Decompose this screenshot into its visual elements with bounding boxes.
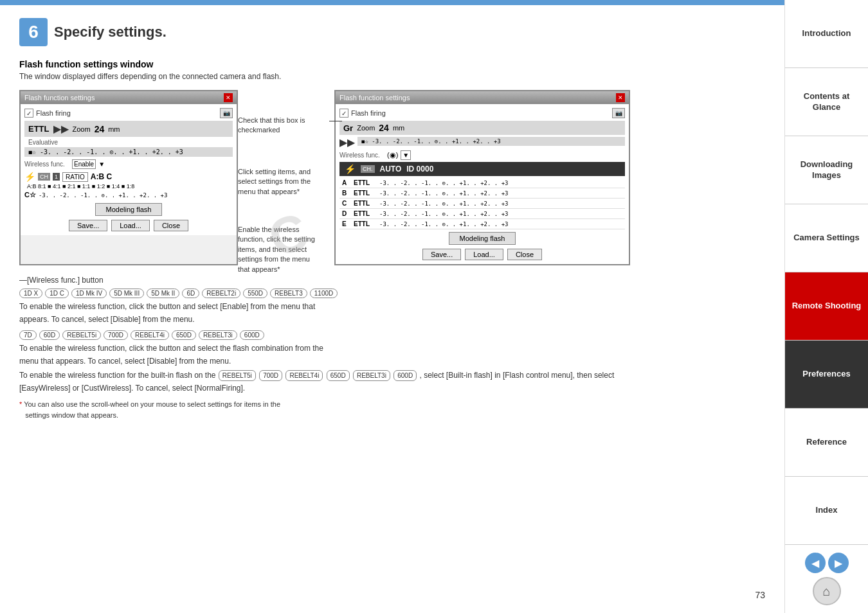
prev-button[interactable]: ◀ (805, 553, 826, 573)
ettl-arrow: ▶▶ (53, 123, 69, 135)
sidebar-item-reference[interactable]: Reference (785, 409, 868, 477)
flash-icon-right: ⚡ (345, 164, 356, 174)
right-window-title: Flash function settings (339, 94, 410, 102)
sidebar-item-downloading[interactable]: Downloading Images (785, 136, 868, 204)
c-label: C☆ (24, 191, 36, 199)
right-zoom-unit: mm (393, 124, 404, 132)
icon-flash-left: ⚡ (24, 172, 35, 182)
right-window-close[interactable]: ✕ (616, 93, 625, 102)
ch-box: CH (38, 173, 50, 181)
camera-badge: REBELT2i (202, 289, 240, 298)
inline-camera-badge: REBELT4i (285, 370, 323, 381)
sidebar-item-preferences[interactable]: Preferences (785, 341, 868, 409)
right-flash-window: Flash function settings ✕ ✓ Flash firing… (334, 90, 630, 265)
zoom-val: 24 (95, 124, 105, 134)
right-icon-btn[interactable]: 📷 (612, 108, 625, 118)
left-window-close[interactable]: ✕ (224, 93, 233, 102)
flash-firing-label: Flash firing (36, 109, 71, 117)
top-bar (0, 0, 868, 5)
flash-firing-label-right: Flash firing (351, 109, 386, 117)
auto-label: AUTO (380, 164, 402, 173)
right-scale-top: ◼︎☆ -3. . -2. . -1. . ⊙. . +1. . +2. . +… (357, 137, 625, 146)
camera-badge: 1100D (310, 289, 338, 298)
camera-badge: 7D (19, 330, 37, 340)
ettl-table: A ETTL -3. . -2. . -1. . ⊙. . +1. . +2. … (339, 178, 625, 229)
save-btn-right[interactable]: Save... (422, 249, 461, 260)
zoom-label: Zoom (73, 125, 91, 133)
camera-badge: REBELT3i (199, 330, 237, 340)
flash-firing-checkbox[interactable]: ✓ (24, 109, 33, 118)
flash-firing-checkbox-right[interactable]: ✓ (339, 109, 348, 118)
table-row: A ETTL -3. . -2. . -1. . ⊙. . +1. . +2. … (339, 178, 625, 188)
left-scale: ◼︎☆ -3. . -2. . -1. . ⊙. . +1. . +2. . +… (24, 147, 233, 157)
right-zoom-label: Zoom (357, 124, 375, 132)
wireless-label: Wireless func. (24, 161, 69, 168)
row1-text1: To enable the wireless function, click t… (19, 301, 765, 312)
modeling-flash-btn-left[interactable]: Modeling flash (95, 203, 163, 216)
camera-badge: 700D (104, 330, 128, 340)
row2-text2: menu that appears. To cancel, select [Di… (19, 355, 765, 367)
camera-badge: 1D Mk IV (71, 289, 107, 298)
load-btn-right[interactable]: Load... (465, 249, 503, 260)
ch-num: 1 (53, 173, 60, 181)
load-btn-left[interactable]: Load... (111, 220, 150, 231)
table-row: D ETTL -3. . -2. . -1. . ⊙. . +1. . +2. … (339, 209, 625, 219)
row2-text1: To enable the wireless function, click t… (19, 342, 765, 354)
inline-camera-badge: 650D (327, 370, 350, 381)
camera-row-1: 1D X1D C1D Mk IV5D Mk III5D Mk II6DREBEL… (19, 289, 765, 298)
wireless-button-label: —[Wireless func.] button (19, 276, 765, 285)
camera-row-2: 7D60DREBELT5i700DREBELT4i650DREBELT3i600… (19, 330, 765, 340)
camera-badge: 550D (243, 289, 267, 298)
table-row: C ETTL -3. . -2. . -1. . ⊙. . +1. . +2. … (339, 199, 625, 209)
page-number: 73 (755, 590, 765, 600)
ab-row: A:B 8:1 ■ 4:1 ■ 2:1 ■ 1:1 ■ 1:2 ■ 1:4 ■ … (24, 183, 233, 190)
step-number: 6 (19, 18, 48, 46)
sidebar-item-index[interactable]: Index (785, 477, 868, 545)
evaluative-label: Evaluative (24, 139, 233, 146)
inline-camera-badge: 600D (393, 370, 417, 381)
wireless-select[interactable]: Enable (72, 159, 96, 169)
zoom-unit: mm (108, 125, 120, 133)
camera-badge: 6D (182, 289, 199, 298)
inline-camera-badge: REBELT3i (353, 370, 390, 381)
footnote: * You can also use the scroll-wheel on y… (19, 399, 765, 420)
camera-badge: 5D Mk II (147, 289, 179, 298)
left-window-title: Flash function settings (24, 94, 95, 102)
c-scale: -3. . -2. . -1. . ⊙. . +1. . +2. . +3 (39, 192, 167, 199)
right-wireless-dropdown[interactable]: ▼ (401, 150, 411, 160)
inline-camera-badge: 700D (259, 370, 282, 381)
right-zoom-val: 24 (379, 123, 389, 133)
left-flash-window: Flash function settings ✕ ✓ Flash firing… (19, 90, 238, 265)
sidebar-item-contents[interactable]: Contents at Glance (785, 68, 868, 136)
camera-badge: 1D C (45, 289, 69, 298)
section-desc: The window displayed differs depending o… (19, 72, 765, 81)
right-arrow: ▶▶ (339, 136, 355, 148)
camera-badge: 5D Mk III (109, 289, 144, 298)
section-title: Flash function settings window (19, 59, 765, 69)
modeling-flash-btn-right[interactable]: Modeling flash (449, 232, 516, 245)
home-button[interactable]: ⌂ (813, 577, 841, 605)
ch-label-right: CH. (361, 165, 375, 173)
camera-badge: 1D X (19, 289, 42, 298)
sidebar: Introduction Contents at Glance Download… (784, 0, 868, 613)
close-btn-left[interactable]: Close (154, 220, 188, 231)
right-wireless-icon: (◉) (387, 151, 398, 159)
left-icon-btn[interactable]: 📷 (220, 108, 233, 118)
ratio-label: A:B C (91, 172, 112, 181)
sidebar-item-remote[interactable]: Remote Shooting (785, 272, 868, 341)
step-title: Specify settings. (54, 24, 167, 40)
right-wireless-label: Wireless func. (339, 152, 384, 159)
next-button[interactable]: ▶ (828, 553, 849, 573)
row1-text2: appears. To cancel, select [Disable] fro… (19, 314, 765, 325)
camera-badge: 600D (240, 330, 264, 340)
table-row: B ETTL -3. . -2. . -1. . ⊙. . +1. . +2. … (339, 188, 625, 199)
camera-badge: REBELT4i (131, 330, 169, 340)
ettl-label: ETTL (28, 124, 50, 134)
row2-text3-container: To enable the wireless function for the … (19, 369, 765, 381)
sidebar-item-camera[interactable]: Camera Settings (785, 204, 868, 272)
camera-badge: 60D (39, 330, 60, 340)
camera-badge: REBELT3 (270, 289, 307, 298)
sidebar-item-introduction[interactable]: Introduction (785, 0, 868, 68)
save-btn-left[interactable]: Save... (69, 220, 107, 231)
close-btn-right[interactable]: Close (507, 249, 542, 260)
